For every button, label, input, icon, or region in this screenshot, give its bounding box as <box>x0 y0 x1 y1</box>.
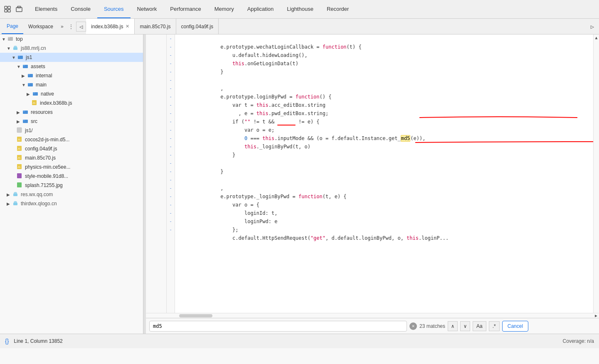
tab-page[interactable]: Page <box>2 19 23 34</box>
tree-item-top[interactable]: ▼ top <box>0 34 143 44</box>
svg-rect-40 <box>13 203 17 205</box>
file-tab-index[interactable]: index.b368b.js ✕ <box>86 19 135 34</box>
search-next-icon[interactable]: ∨ <box>460 321 470 331</box>
h-scroll-thumb[interactable] <box>179 314 212 317</box>
code-line: } <box>178 143 593 151</box>
tree-item-index-file[interactable]: JS index.b368b.js <box>0 98 143 108</box>
nav-recorder[interactable]: Recorder <box>320 0 355 18</box>
tree-arrow-icon: ▶ <box>17 119 22 124</box>
nav-memory[interactable]: Memory <box>208 0 241 18</box>
svg-rect-35 <box>17 173 22 178</box>
file-icon <box>17 127 23 134</box>
search-matches-count: 23 matches <box>419 323 445 329</box>
svg-rect-25 <box>23 120 25 121</box>
tab-nav-right-icon[interactable]: ▷ <box>587 22 597 32</box>
nav-performance[interactable]: Performance <box>163 0 207 18</box>
file-tab-main[interactable]: main.85c70.js <box>135 19 176 34</box>
box-icon[interactable] <box>15 5 23 13</box>
search-prev-icon[interactable]: ∧ <box>448 321 458 331</box>
code-line: var t = this.acc_editBox.string <box>178 93 593 101</box>
svg-rect-15 <box>28 74 30 75</box>
svg-text:JS: JS <box>17 166 20 168</box>
svg-rect-23 <box>23 111 25 112</box>
svg-rect-7 <box>8 37 10 38</box>
tree-item-native[interactable]: ▶ native <box>0 89 143 98</box>
tree-item-resources[interactable]: ▶ resources <box>0 108 143 117</box>
tree-arrow-icon: ▶ <box>7 202 12 206</box>
folder-blue-icon <box>17 54 24 61</box>
tab-nav-left-icon[interactable]: ◁ <box>76 22 86 32</box>
tree-arrow-icon: ▼ <box>12 55 17 60</box>
tree-item-main-js[interactable]: JS main.85c70.js <box>0 153 143 162</box>
tree-item-internal[interactable]: ▶ internal <box>0 71 143 80</box>
svg-rect-2 <box>5 10 7 12</box>
code-line: e.prototype.loginByPwd = function() { <box>178 84 593 93</box>
cloud-domain-icon <box>12 191 19 198</box>
tree-item-js88[interactable]: ▼ js88.mrlj.cn <box>0 44 143 53</box>
code-line: loginId: t, <box>178 201 593 209</box>
horizontal-scrollbar[interactable]: ▶ <box>146 313 599 318</box>
svg-rect-1 <box>8 6 10 9</box>
svg-rect-0 <box>5 6 7 9</box>
svg-rect-3 <box>8 10 10 12</box>
search-input[interactable] <box>149 321 407 332</box>
tree-arrow-icon: ▼ <box>22 83 27 87</box>
file-tab-config[interactable]: config.04a9f.js <box>176 19 219 34</box>
search-clear-icon[interactable]: ✕ <box>409 322 417 330</box>
scroll-right-icon[interactable]: ▶ <box>593 313 599 318</box>
search-bar: ✕ 23 matches ∧ ∨ Aa .* Cancel <box>146 318 599 334</box>
svg-rect-13 <box>23 65 25 66</box>
tabs-more-icon[interactable]: ⋮ <box>66 24 76 30</box>
pretty-print-icon[interactable]: {} <box>5 338 9 344</box>
tabs-chevron-icon[interactable]: » <box>58 24 66 30</box>
nav-network[interactable]: Network <box>131 0 164 18</box>
code-line <box>178 167 593 176</box>
nav-icons <box>3 5 23 13</box>
tab-workspace[interactable]: Workspace <box>23 19 58 34</box>
tree-item-splash[interactable]: splash.71255.jpg <box>0 181 143 190</box>
nav-elements[interactable]: Elements <box>28 0 64 18</box>
scroll-up-icon[interactable]: ▲ <box>595 35 597 40</box>
file-js-icon: JS <box>17 164 23 170</box>
tree-item-main[interactable]: ▼ main <box>0 80 143 89</box>
code-line-md5: 0 === this.inputMode && (o = f.default.I… <box>178 126 593 134</box>
search-regex-button[interactable]: .* <box>489 321 500 331</box>
nav-lighthouse[interactable]: Lighthouse <box>280 0 320 18</box>
tree-arrow-icon: ▶ <box>7 192 12 197</box>
tree-item-assets[interactable]: ▼ assets <box>0 62 143 71</box>
search-case-sensitive-button[interactable]: Aa <box>473 321 486 331</box>
code-line: this.onGetLoginData(t) <box>178 51 593 59</box>
nav-console[interactable]: Console <box>64 0 97 18</box>
code-line: u.default.hidewLoading(), <box>178 43 593 51</box>
code-line: var o = e; <box>178 118 593 126</box>
tree-item-js1[interactable]: ▼ js1 <box>0 53 143 62</box>
file-js-icon: JS <box>17 155 23 161</box>
code-panel: - - - - - - - - - - - - - - - - - - - - <box>146 34 599 334</box>
status-bar: {} Line 1, Column 13852 Coverage: n/a <box>0 334 599 348</box>
tree-item-config[interactable]: JS config.04a9f.js <box>0 144 143 153</box>
folder-blue-icon <box>27 72 34 79</box>
tree-item-res-wx[interactable]: ▶ res.wx.qq.com <box>0 190 143 199</box>
search-cancel-button[interactable]: Cancel <box>502 321 528 332</box>
nav-sources[interactable]: Sources <box>97 0 131 18</box>
tree-item-physics[interactable]: JS physics-min.ce5ee... <box>0 162 143 172</box>
tree-item-js1-file[interactable]: js1/ <box>0 126 143 135</box>
svg-text:JS: JS <box>17 157 20 159</box>
tree-item-cocos[interactable]: JS cocos2d-js-min.d5... <box>0 135 143 144</box>
tabs-bar: Page Workspace » ⋮ ◁ index.b368b.js ✕ ma… <box>0 19 599 34</box>
code-line <box>178 151 593 159</box>
tree-item-thirdwx[interactable]: ▶ thirdwx.qlogo.cn <box>0 199 143 208</box>
svg-rect-36 <box>17 182 22 187</box>
nav-application[interactable]: Application <box>241 0 281 18</box>
svg-text:JS: JS <box>32 102 35 104</box>
tree-arrow-icon: ▼ <box>2 37 7 42</box>
code-line: }; <box>178 217 593 226</box>
main-area: ▼ top ▼ js88.mrlj.cn ▼ js1 <box>0 34 599 334</box>
folder-blue-icon <box>32 91 39 97</box>
close-tab-icon[interactable]: ✕ <box>126 24 129 29</box>
tree-item-src[interactable]: ▶ src <box>0 117 143 126</box>
vertical-scrollbar[interactable]: ▲ <box>593 34 599 313</box>
cursor-icon[interactable] <box>3 5 12 13</box>
code-line: , e = this.pwd_editBox.string; <box>178 101 593 109</box>
tree-item-style[interactable]: style-mobile.91d8... <box>0 172 143 181</box>
